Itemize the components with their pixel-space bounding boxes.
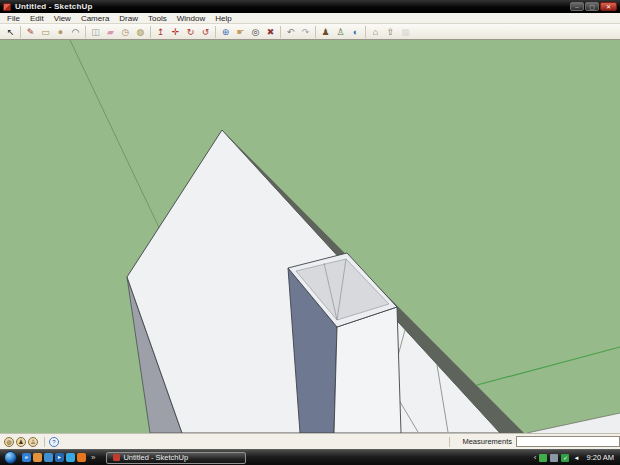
security-status-icon[interactable]: ✓	[561, 454, 569, 462]
eraser-tool-button[interactable]: ▰	[103, 25, 118, 39]
arc-tool-button[interactable]: ◠	[68, 25, 83, 39]
minimize-button[interactable]: –	[570, 2, 584, 11]
orbit-tool-button[interactable]: ⊛	[218, 25, 233, 39]
toolbar-separator	[20, 26, 21, 38]
signin-status-icon[interactable]: ♙	[28, 437, 38, 447]
tray-chevron[interactable]: ‹	[534, 453, 537, 462]
status-icons: ◍♟♙?	[4, 437, 61, 447]
network-status-icon[interactable]	[539, 454, 547, 462]
screen: Untitled - SketchUp – ▢ ✕ FileEditViewCa…	[0, 0, 620, 465]
sketchup-logo-icon	[3, 3, 11, 11]
statusbar-separator	[44, 437, 45, 447]
quick-launch-overflow[interactable]: »	[91, 453, 95, 462]
previous-view-button[interactable]: ↶	[283, 25, 298, 39]
tape-measure-tool-button[interactable]: ◷	[118, 25, 133, 39]
zoom-extents-tool-button[interactable]: ✖	[263, 25, 278, 39]
msn-icon[interactable]	[66, 453, 75, 462]
rotate-tool-button[interactable]: ↻	[183, 25, 198, 39]
measurements-input[interactable]	[516, 436, 620, 447]
sketchup-task-icon	[113, 454, 120, 461]
maximize-button[interactable]: ▢	[585, 2, 599, 11]
taskbar: e▸ » Untitled - SketchUp ‹ ✓◄ 9:20 AM	[0, 449, 620, 465]
line-tool-button[interactable]: ✎	[23, 25, 38, 39]
offset-tool-button[interactable]: ↺	[198, 25, 213, 39]
make-component-tool-button[interactable]: ◫	[88, 25, 103, 39]
tower-right-face[interactable]	[334, 307, 401, 433]
close-button[interactable]: ✕	[600, 2, 617, 11]
window-controls: – ▢ ✕	[570, 2, 617, 11]
measurements-label: Measurements	[462, 437, 512, 446]
media-player-icon[interactable]: ▸	[55, 453, 64, 462]
titlebar[interactable]: Untitled - SketchUp – ▢ ✕	[0, 0, 620, 13]
paint-bucket-tool-button[interactable]: ◍	[133, 25, 148, 39]
tray-icons: ✓◄	[539, 454, 580, 462]
menu-bar: FileEditViewCameraDrawToolsWindowHelp	[0, 13, 620, 24]
rectangle-tool-button[interactable]: ▭	[38, 25, 53, 39]
credit-status-icon[interactable]: ♟	[16, 437, 26, 447]
system-tray: ‹ ✓◄ 9:20 AM	[534, 453, 616, 462]
volume-icon[interactable]: ◄	[572, 454, 580, 462]
messenger-icon[interactable]	[44, 453, 53, 462]
menu-help[interactable]: Help	[210, 13, 236, 24]
walk-tool-button[interactable]: ♙	[333, 25, 348, 39]
model-canvas[interactable]	[0, 40, 620, 433]
google-earth-button-button[interactable]: ◐	[348, 25, 363, 39]
viewport-3d[interactable]	[0, 40, 620, 433]
pan-tool-button[interactable]: ☛	[233, 25, 248, 39]
toolbar-separator	[280, 26, 281, 38]
toolbar-separator	[215, 26, 216, 38]
menu-camera[interactable]: Camera	[76, 13, 114, 24]
task-button-label: Untitled - SketchUp	[123, 453, 188, 462]
push-pull-tool-button[interactable]: ↥	[153, 25, 168, 39]
zoom-tool-button[interactable]: ◎	[248, 25, 263, 39]
ie-icon[interactable]: e	[22, 453, 31, 462]
geolocation-status-icon[interactable]: ◍	[4, 437, 14, 447]
update-status-icon[interactable]	[550, 454, 558, 462]
quick-launch-bar: e▸	[22, 453, 86, 462]
toolbar-separator	[315, 26, 316, 38]
menu-file[interactable]: File	[2, 13, 25, 24]
menu-edit[interactable]: Edit	[25, 13, 49, 24]
menu-tools[interactable]: Tools	[143, 13, 172, 24]
circle-tool-button[interactable]: ●	[53, 25, 68, 39]
menu-draw[interactable]: Draw	[114, 13, 143, 24]
toolbar-separator	[85, 26, 86, 38]
menu-window[interactable]: Window	[172, 13, 210, 24]
status-bar: ◍♟♙? Measurements	[0, 433, 620, 449]
position-camera-tool-button[interactable]: ♟	[318, 25, 333, 39]
toolbar-separator	[365, 26, 366, 38]
share-model-button-button[interactable]: ⇧	[383, 25, 398, 39]
taskbar-clock: 9:20 AM	[586, 453, 616, 462]
photo-textures-button-button[interactable]: ▦	[398, 25, 413, 39]
next-view-button[interactable]: ↷	[298, 25, 313, 39]
start-button[interactable]	[4, 451, 17, 464]
select-tool-button[interactable]: ↖	[3, 25, 18, 39]
taskbar-task-button[interactable]: Untitled - SketchUp	[106, 452, 246, 464]
menu-view[interactable]: View	[49, 13, 76, 24]
toolbar-separator	[150, 26, 151, 38]
help-icon[interactable]: ?	[49, 437, 59, 447]
move-tool-button[interactable]: ✛	[168, 25, 183, 39]
statusbar-separator	[449, 437, 450, 447]
chrome-icon[interactable]	[33, 453, 42, 462]
toolbar: ↖✎▭●◠◫▰◷◍↥✛↻↺⊛☛◎✖↶↷♟♙◐⌂⇧▦	[0, 24, 620, 40]
window-title: Untitled - SketchUp	[15, 0, 93, 13]
get-models-button-button[interactable]: ⌂	[368, 25, 383, 39]
firefox-icon[interactable]	[77, 453, 86, 462]
